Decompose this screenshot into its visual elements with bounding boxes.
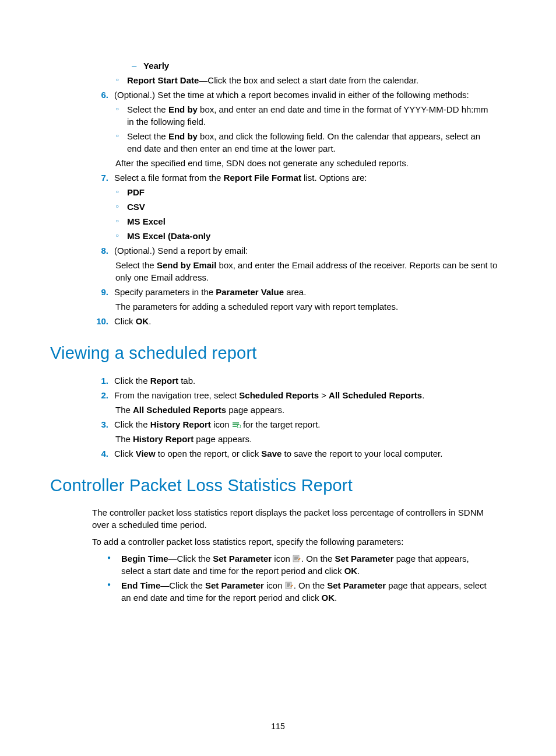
opt-excel: MS Excel [115, 215, 506, 228]
text: Report Start Date—Click the box and sele… [127, 74, 494, 86]
view-step-4: 4.Click View to open the report, or clic… [92, 447, 506, 460]
page-number: 115 [0, 721, 556, 733]
sub-bullet-endby-a: Select the End by box, and enter an end … [115, 103, 506, 128]
set-parameter-icon [293, 553, 301, 561]
step-number: 9. [92, 286, 108, 298]
cpls-intro-1: The controller packet loss statistics re… [92, 506, 500, 531]
text: Specify parameters in the Parameter Valu… [114, 286, 505, 298]
circle-icon [115, 230, 127, 242]
text: CSV [127, 201, 494, 213]
step-number: 2. [92, 389, 108, 401]
text: MS Excel (Data-only [127, 230, 494, 242]
text: End Time—Click the Set Parameter icon . … [121, 579, 494, 604]
text: Begin Time—Click the Set Parameter icon … [121, 552, 494, 577]
history-report-icon [232, 419, 241, 426]
sub-bullet-yearly: Yearly [132, 60, 506, 72]
sub-bullet-report-start-date: Report Start Date—Click the box and sele… [115, 74, 506, 86]
circle-icon [115, 74, 127, 86]
heading-viewing-scheduled-report: Viewing a scheduled report [50, 341, 506, 365]
circle-icon [115, 201, 127, 212]
opt-csv: CSV [115, 201, 506, 213]
sub-bullet-endby-b: Select the End by box, and click the fol… [115, 130, 506, 155]
circle-icon [115, 186, 127, 198]
step-number: 6. [92, 89, 108, 101]
text: PDF [127, 186, 494, 198]
step-9-detail: The parameters for adding a scheduled re… [115, 300, 500, 313]
step-8: 8.(Optional.) Send a report by email: [92, 244, 506, 257]
text: (Optional.) Send a report by email: [114, 244, 505, 257]
circle-icon [115, 103, 127, 115]
step-number: 8. [92, 244, 108, 257]
view-step-2-detail: The All Scheduled Reports page appears. [115, 404, 500, 416]
text: Click View to open the report, or click … [114, 447, 505, 460]
step-number: 3. [92, 418, 108, 430]
step-6-after: After the specified end time, SDN does n… [115, 157, 500, 169]
text: From the navigation tree, select Schedul… [114, 389, 505, 401]
cpls-intro-2: To add a controller packet loss statisti… [92, 536, 500, 548]
opt-excel-data: MS Excel (Data-only [115, 230, 506, 242]
bullet-icon [107, 579, 121, 590]
bullet-icon [107, 552, 121, 563]
text: MS Excel [127, 215, 494, 228]
step-number: 10. [92, 315, 108, 327]
text: Yearly [143, 60, 493, 72]
text: Select the End by box, and enter an end … [127, 103, 494, 128]
set-parameter-icon [285, 580, 294, 587]
view-step-3-detail: The History Report page appears. [115, 433, 500, 445]
step-number: 1. [92, 374, 108, 387]
circle-icon [115, 130, 127, 142]
text: Click the Report tab. [114, 374, 505, 387]
cpls-begin-time: Begin Time—Click the Set Parameter icon … [107, 552, 506, 577]
step-8-detail: Select the Send by Email box, and enter … [115, 259, 500, 284]
content: Yearly Report Start Date—Click the box a… [50, 60, 506, 604]
step-number: 4. [92, 447, 108, 460]
svg-rect-2 [233, 426, 237, 427]
heading-controller-packet-loss: Controller Packet Loss Statistics Report [50, 474, 506, 498]
step-6: 6.(Optional.) Set the time at which a re… [92, 89, 506, 101]
step-10: 10.Click OK. [92, 315, 506, 327]
page: Yearly Report Start Date—Click the box a… [0, 0, 556, 756]
opt-pdf: PDF [115, 186, 506, 198]
dash-icon [132, 60, 143, 72]
text: (Optional.) Set the time at which a repo… [114, 89, 505, 101]
view-step-1: 1.Click the Report tab. [92, 374, 506, 387]
svg-rect-0 [233, 422, 239, 424]
step-number: 7. [92, 172, 108, 184]
text: Select a file format from the Report Fil… [114, 172, 505, 184]
step-9: 9.Specify parameters in the Parameter Va… [92, 286, 506, 298]
step-7: 7.Select a file format from the Report F… [92, 172, 506, 184]
text: Select the End by box, and click the fol… [127, 130, 494, 155]
text: Click the History Report icon for the ta… [114, 418, 505, 430]
circle-icon [115, 215, 127, 227]
text: Click OK. [114, 315, 505, 327]
view-step-2: 2.From the navigation tree, select Sched… [92, 389, 506, 401]
cpls-end-time: End Time—Click the Set Parameter icon . … [107, 579, 506, 604]
view-step-3: 3.Click the History Report icon for the … [92, 418, 506, 430]
